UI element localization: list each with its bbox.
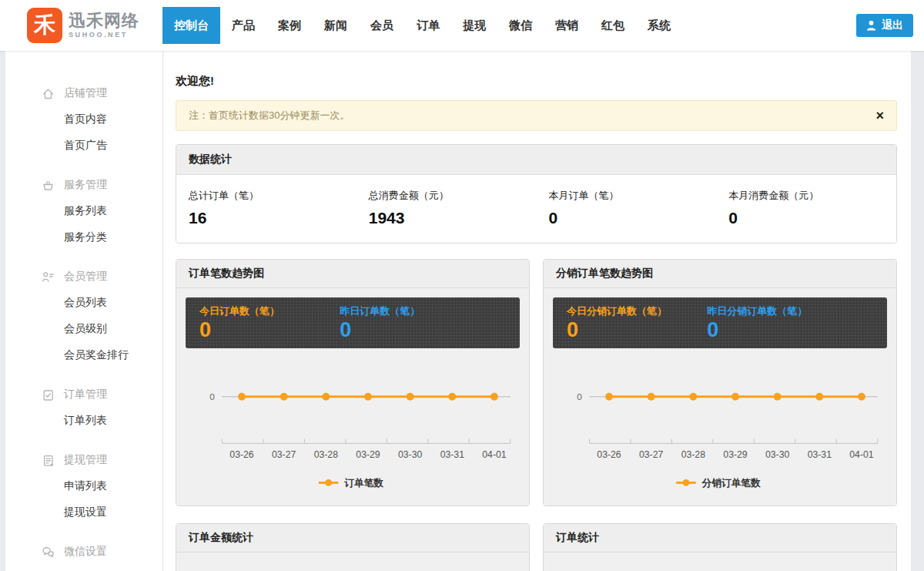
stat-label: 总消费金额（元） — [369, 189, 524, 203]
sidebar-item[interactable]: 会员奖金排行 — [5, 342, 162, 368]
nav-item-cases[interactable]: 案例 — [266, 7, 313, 44]
svg-text:04-01: 04-01 — [482, 449, 506, 460]
order-amount-panel-body — [176, 553, 529, 571]
notice-text: 注：首页统计数据30分钟更新一次。 — [189, 109, 350, 123]
svg-text:03-28: 03-28 — [681, 449, 705, 460]
sidebar-item[interactable]: 提现设置 — [5, 499, 162, 526]
orders-icon — [42, 388, 55, 401]
sidebar-section-title[interactable]: 店铺管理 — [5, 80, 162, 106]
sidebar-item[interactable]: 会员级别 — [5, 316, 162, 342]
sidebar-item[interactable]: 首页广告 — [5, 133, 162, 159]
sidebar-item[interactable]: 公众号设置 — [5, 565, 162, 571]
sidebar-item[interactable]: 服务列表 — [5, 198, 162, 224]
dark-stat-value: 0 — [567, 319, 679, 341]
svg-text:03-26: 03-26 — [597, 449, 621, 460]
brand-logo[interactable]: 禾 迅禾网络 SUHOO.NET — [27, 8, 153, 43]
nav-item-system[interactable]: 系统 — [636, 7, 682, 44]
sidebar-section-label: 店铺管理 — [64, 86, 107, 100]
dark-stat-label: 今日订单数（笔） — [199, 304, 312, 318]
dark-stat-cell: 昨日分销订单数（笔）0 — [693, 297, 821, 348]
line-chart: 003-2603-2703-2803-2903-3003-3104-01分销订单… — [553, 350, 887, 498]
main-content: 欢迎您! 注：首页统计数据30分钟更新一次。 × 数据统计 总计订单（笔）16总… — [163, 51, 911, 571]
dark-stat-label: 昨日订单数（笔） — [340, 304, 420, 318]
top-navbar: 禾 迅禾网络 SUHOO.NET 控制台产品案例新闻会员订单提现微信营销红包系统… — [0, 0, 924, 51]
stat-cell-2: 本月订单（笔）0 — [537, 183, 717, 233]
sidebar-section-label: 会员管理 — [64, 270, 107, 284]
sidebar-item[interactable]: 服务分类 — [5, 224, 162, 250]
sidebar-section-title[interactable]: 会员管理 — [5, 264, 162, 290]
dark-stat-label: 今日分销订单数（笔） — [567, 304, 679, 318]
svg-text:03-30: 03-30 — [765, 449, 789, 460]
sidebar-section-label: 提现管理 — [64, 453, 107, 467]
nav-item-dashboard[interactable]: 控制台 — [162, 7, 220, 44]
main-nav: 控制台产品案例新闻会员订单提现微信营销红包系统 — [162, 7, 682, 44]
svg-text:03-30: 03-30 — [398, 449, 422, 460]
svg-text:分销订单笔数: 分销订单笔数 — [701, 477, 761, 489]
chart-panel-1: 分销订单笔数趋势图今日分销订单数（笔）0昨日分销订单数（笔）0003-2603-… — [543, 259, 897, 506]
sidebar-section-0: 店铺管理首页内容首页广告 — [5, 80, 162, 159]
svg-text:03-28: 03-28 — [314, 449, 338, 460]
page: 禾 迅禾网络 SUHOO.NET 控制台产品案例新闻会员订单提现微信营销红包系统… — [0, 0, 924, 571]
bottom-row: 订单金额统计订单统计 — [176, 523, 897, 571]
chart-panel-0: 订单笔数趋势图今日订单数（笔）0昨日订单数（笔）0003-2603-2703-2… — [176, 259, 530, 506]
nav-item-redpacket[interactable]: 红包 — [590, 7, 636, 44]
dark-stat-label: 昨日分销订单数（笔） — [707, 304, 807, 318]
brand-logo-icon: 禾 — [27, 8, 62, 43]
close-icon[interactable]: × — [875, 109, 884, 123]
sidebar-item[interactable]: 申请列表 — [5, 473, 162, 499]
order-amount-panel: 订单金额统计 — [176, 523, 530, 571]
nav-item-news[interactable]: 新闻 — [313, 7, 359, 44]
svg-text:04-01: 04-01 — [849, 449, 873, 460]
stat-label: 本月订单（笔） — [549, 189, 705, 203]
services-icon — [42, 179, 55, 192]
nav-item-wechat[interactable]: 微信 — [497, 7, 544, 44]
svg-text:0: 0 — [577, 391, 582, 401]
sidebar-item[interactable]: 会员列表 — [5, 290, 162, 316]
nav-item-members[interactable]: 会员 — [359, 7, 405, 44]
brand-name: 迅禾网络 — [69, 12, 139, 29]
dark-stat-cell: 今日订单数（笔）0 — [186, 297, 326, 348]
nav-item-withdraw[interactable]: 提现 — [451, 7, 497, 44]
chart-body: 今日分销订单数（笔）0昨日分销订单数（笔）0003-2603-2703-2803… — [544, 288, 896, 506]
brand-text: 迅禾网络 SUHOO.NET — [69, 12, 139, 39]
withdraw-icon — [42, 454, 55, 467]
nav-item-orders[interactable]: 订单 — [405, 7, 451, 44]
order-stats-panel-title: 订单统计 — [544, 524, 896, 553]
nav-item-marketing[interactable]: 营销 — [544, 7, 590, 44]
stat-label: 总计订单（笔） — [189, 189, 344, 203]
stats-panel: 数据统计 总计订单（笔）16总消费金额（元）1943本月订单（笔）0本月消费金额… — [176, 144, 897, 244]
sidebar-item[interactable]: 首页内容 — [5, 106, 162, 133]
content-shell: 店铺管理首页内容首页广告服务管理服务列表服务分类会员管理会员列表会员级别会员奖金… — [5, 51, 911, 571]
svg-text:03-31: 03-31 — [440, 449, 464, 460]
dark-stat-value: 0 — [340, 319, 420, 341]
sidebar-section-label: 订单管理 — [64, 388, 107, 401]
nav-item-products[interactable]: 产品 — [220, 7, 266, 44]
wechat-icon — [42, 546, 55, 559]
svg-text:0: 0 — [209, 391, 215, 401]
sidebar-section-title[interactable]: 微信设置 — [5, 539, 162, 565]
brand-domain: SUHOO.NET — [69, 32, 139, 39]
logout-label: 退出 — [882, 18, 903, 32]
chart-body: 今日订单数（笔）0昨日订单数（笔）0003-2603-2703-2803-290… — [176, 288, 529, 506]
home-icon — [42, 87, 55, 100]
sidebar-section-title[interactable]: 服务管理 — [5, 172, 162, 198]
stat-value: 0 — [728, 209, 884, 227]
sidebar-section-2: 会员管理会员列表会员级别会员奖金排行 — [5, 264, 162, 368]
order-amount-panel-title: 订单金额统计 — [176, 524, 529, 553]
sidebar-section-title[interactable]: 提现管理 — [5, 447, 162, 473]
sidebar-section-label: 微信设置 — [64, 545, 107, 559]
stats-body: 总计订单（笔）16总消费金额（元）1943本月订单（笔）0本月消费金额（元）0 — [176, 175, 896, 243]
logout-button[interactable]: 退出 — [856, 14, 913, 37]
sidebar-section-label: 服务管理 — [64, 178, 107, 192]
sidebar-item[interactable]: 订单列表 — [5, 408, 162, 434]
svg-text:03-26: 03-26 — [229, 449, 253, 460]
sidebar-section-title[interactable]: 订单管理 — [5, 381, 162, 408]
dark-stat-cell: 今日分销订单数（笔）0 — [553, 297, 693, 348]
user-icon — [866, 20, 876, 31]
svg-text:03-31: 03-31 — [808, 449, 832, 460]
dark-stat-cell: 昨日订单数（笔）0 — [326, 297, 434, 348]
sidebar: 店铺管理首页内容首页广告服务管理服务列表服务分类会员管理会员列表会员级别会员奖金… — [5, 51, 163, 571]
sidebar-section-1: 服务管理服务列表服务分类 — [5, 172, 162, 250]
order-stats-panel-body — [544, 553, 896, 571]
sidebar-section-3: 订单管理订单列表 — [5, 381, 162, 434]
